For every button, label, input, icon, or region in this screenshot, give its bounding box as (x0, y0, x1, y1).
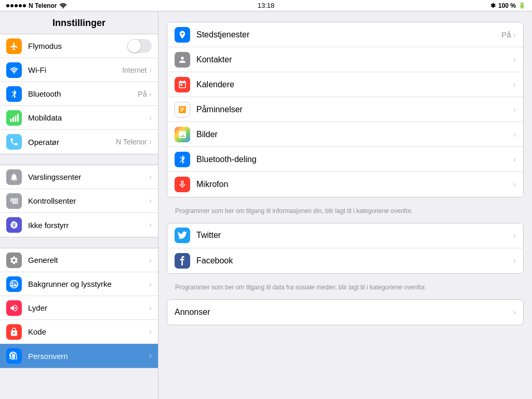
kontakter-label: Kontakter (196, 55, 513, 64)
social-note: Programmer som ber om tilgang til data f… (167, 279, 524, 299)
sidebar-item-ikke-forstyrr[interactable]: Ikke forstyrr › (0, 213, 158, 237)
varslingssenter-label: Varslingssenter (28, 172, 149, 181)
facebook-icon (175, 253, 190, 269)
sidebar-item-kode[interactable]: Kode › (0, 320, 158, 344)
sidebar-item-flymodus[interactable]: Flymodus (0, 34, 158, 58)
bakgrunner-icon (6, 276, 22, 292)
lyder-chevron: › (149, 303, 152, 313)
wifi-setting-icon (6, 62, 22, 78)
content-group-privacy: Stedstjenester På › Kontakter › (167, 22, 524, 197)
bluetooth-label: Bluetooth (28, 89, 138, 98)
content-item-kontakter[interactable]: Kontakter › (167, 47, 523, 72)
varslingssenter-icon (6, 169, 22, 185)
kontakter-icon (175, 52, 190, 68)
sidebar-item-operator[interactable]: Operatør N Telenor › (0, 130, 158, 154)
ikke-forstyrr-chevron: › (149, 220, 152, 230)
twitter-icon (175, 228, 190, 243)
sidebar-group-preferences: Generelt › Bakgrunner og lysstyrke › (0, 248, 158, 368)
personvern-label: Personvern (28, 352, 149, 361)
kontrollsenter-icon (6, 193, 22, 209)
content-item-paminnelser[interactable]: Påminnelser › (167, 97, 523, 122)
sidebar-item-varslingssenter[interactable]: Varslingssenter › (0, 165, 158, 189)
paminnelser-icon (175, 102, 190, 117)
svg-point-0 (63, 7, 64, 8)
svg-point-1 (14, 72, 15, 74)
sidebar-group-connectivity: Flymodus Wi-Fi Internet › (0, 34, 158, 154)
generelt-chevron: › (149, 256, 152, 265)
sidebar-item-bluetooth[interactable]: Bluetooth På › (0, 82, 158, 106)
sidebar-item-generelt[interactable]: Generelt › (0, 248, 158, 272)
flymodus-icon (6, 38, 22, 54)
content-group-social: Twitter › Facebook › (167, 223, 524, 274)
mikrofon-chevron: › (513, 180, 516, 189)
wifi-chevron: › (149, 65, 152, 75)
bluetooth-icon: ✱ (490, 2, 496, 9)
generelt-icon (6, 252, 22, 268)
sidebar-title: Innstillinger (0, 11, 158, 34)
status-left: N Telenor (6, 2, 67, 9)
kode-label: Kode (28, 327, 149, 336)
privacy-note: Programmer som ber om tilgang til inform… (167, 203, 524, 223)
bilder-icon (175, 127, 190, 142)
content-area: Stedstjenester På › Kontakter › (158, 11, 532, 399)
svg-rect-2 (10, 118, 12, 122)
kode-chevron: › (149, 327, 152, 337)
paminnelser-chevron: › (513, 105, 516, 114)
content-item-bluetooth-deling[interactable]: Bluetooth-deling › (167, 147, 523, 172)
operator-chevron: › (149, 137, 152, 147)
bilder-chevron: › (513, 130, 516, 139)
varslingssenter-chevron: › (149, 172, 152, 182)
flymodus-toggle[interactable] (127, 39, 152, 53)
content-group-annonser: Annonser › (167, 299, 524, 325)
wifi-icon (59, 3, 67, 8)
status-time: 13:18 (258, 2, 275, 9)
sidebar-item-bakgrunner[interactable]: Bakgrunner og lysstyrke › (0, 272, 158, 296)
kalendere-label: Kalendere (196, 80, 513, 89)
content-item-twitter[interactable]: Twitter › (167, 223, 523, 248)
sidebar-item-kontrollsenter[interactable]: Kontrollsenter › (0, 189, 158, 213)
svg-rect-4 (15, 115, 17, 122)
battery-label: 100 % (498, 2, 516, 9)
svg-rect-3 (12, 117, 14, 122)
sidebar-item-mobildata[interactable]: Mobildata › (0, 106, 158, 130)
operator-icon (6, 134, 22, 150)
carrier-label: N Telenor (29, 2, 57, 9)
lyder-icon (6, 300, 22, 316)
svg-rect-5 (17, 114, 19, 122)
kalendere-icon (175, 77, 190, 92)
bluetooth-deling-icon (175, 152, 190, 167)
facebook-label: Facebook (196, 256, 513, 265)
status-bar: N Telenor 13:18 ✱ 100 % 🔋 (0, 0, 532, 11)
signal-dots (6, 4, 26, 7)
content-item-bilder[interactable]: Bilder › (167, 122, 523, 147)
content-item-kalendere[interactable]: Kalendere › (167, 72, 523, 97)
content-item-annonser[interactable]: Annonser › (167, 300, 523, 325)
personvern-chevron: › (149, 351, 152, 361)
sidebar-item-personvern[interactable]: Personvern › (0, 344, 158, 368)
ikke-forstyrr-label: Ikke forstyrr (28, 221, 149, 230)
bluetooth-deling-chevron: › (513, 155, 516, 164)
svg-point-7 (12, 282, 14, 284)
generelt-label: Generelt (28, 256, 149, 264)
sidebar-item-lyder[interactable]: Lyder › (0, 296, 158, 320)
sidebar-group-system: Varslingssenter › Kontrollsenter › (0, 165, 158, 237)
content-item-facebook[interactable]: Facebook › (167, 248, 523, 273)
status-right: ✱ 100 % 🔋 (490, 2, 526, 9)
bluetooth-setting-icon (6, 86, 22, 102)
bluetooth-chevron: › (149, 89, 152, 99)
personvern-icon (6, 348, 22, 364)
stedstjenester-label: Stedstjenester (196, 30, 501, 39)
content-item-stedstjenester[interactable]: Stedstjenester På › (167, 22, 523, 47)
mikrofon-icon (175, 177, 190, 192)
kontrollsenter-chevron: › (149, 196, 152, 206)
content-item-mikrofon[interactable]: Mikrofon › (167, 172, 523, 197)
operator-value: N Telenor (116, 138, 147, 146)
twitter-chevron: › (513, 231, 516, 240)
stedstjenester-icon (175, 27, 190, 43)
sidebar-item-wifi[interactable]: Wi-Fi Internet › (0, 58, 158, 82)
wifi-label: Wi-Fi (28, 65, 122, 74)
battery-icon: 🔋 (518, 2, 526, 9)
bluetooth-deling-label: Bluetooth-deling (196, 155, 513, 164)
mobildata-icon (6, 110, 22, 126)
facebook-chevron: › (513, 256, 516, 265)
